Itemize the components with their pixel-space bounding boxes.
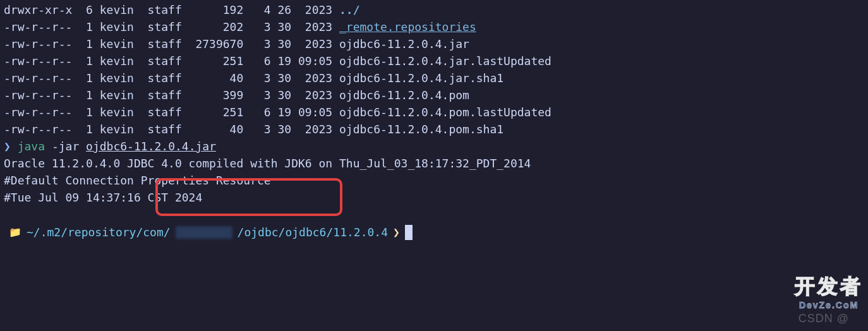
file-name: ojdbc6-11.2.0.4.jar.lastUpdated (339, 54, 552, 68)
shell-prompt[interactable]: 📁 ~/.m2/repository/com//ojdbc/ojdbc6/11.… (4, 224, 864, 241)
file-name: ../ (339, 3, 360, 16)
command-arg: ojdbc6-11.2.0.4.jar (86, 140, 216, 153)
output-line: #Default Connection Properties Resource (4, 172, 864, 189)
ls-row: -rw-r--r-- 1 kevin staff 202 3 30 2023 _… (4, 18, 864, 35)
ls-row: -rw-r--r-- 1 kevin staff 40 3 30 2023 oj… (4, 121, 864, 138)
command-flag: -jar (52, 140, 79, 153)
ls-row: drwxr-xr-x 6 kevin staff 192 4 26 2023 .… (4, 1, 864, 18)
prompt-end-arrow: ❯ (393, 224, 400, 241)
prompt-path-post: /ojdbc/ojdbc6/11.2.0.4 (238, 224, 388, 241)
ls-row: -rw-r--r-- 1 kevin staff 251 6 19 09:05 … (4, 104, 864, 121)
terminal-output[interactable]: drwxr-xr-x 6 kevin staff 192 4 26 2023 .… (4, 1, 864, 206)
file-name: ojdbc6-11.2.0.4.pom.lastUpdated (339, 105, 552, 119)
ls-row: -rw-r--r-- 1 kevin staff 40 3 30 2023 oj… (4, 69, 864, 87)
prompt-arrow-icon: ❯ (4, 140, 11, 153)
command-line[interactable]: ❯ java -jar ojdbc6-11.2.0.4.jar (4, 138, 864, 155)
prompt-path-redacted (176, 226, 232, 239)
watermark-csdn: CSDN @ (799, 310, 849, 327)
file-name: ojdbc6-11.2.0.4.jar.sha1 (339, 71, 503, 85)
prompt-path-pre: ~/.m2/repository/com/ (27, 224, 171, 241)
output-line: Oracle 11.2.0.4.0 JDBC 4.0 compiled with… (4, 155, 864, 172)
ls-row: -rw-r--r-- 1 kevin staff 399 3 30 2023 o… (4, 87, 864, 104)
file-name: _remote.repositories (339, 20, 476, 33)
command-name: java (18, 140, 45, 153)
folder-icon: 📁 (9, 225, 21, 240)
file-name: ojdbc6-11.2.0.4.pom.sha1 (339, 123, 503, 136)
file-name: ojdbc6-11.2.0.4.jar (339, 37, 469, 51)
ls-row: -rw-r--r-- 1 kevin staff 251 6 19 09:05 … (4, 52, 864, 69)
ls-row: -rw-r--r-- 1 kevin staff 2739670 3 30 20… (4, 35, 864, 52)
watermark-devze: 开发者 DevZe.CoM (795, 271, 863, 312)
cursor (405, 225, 413, 240)
output-line: #Tue Jul 09 14:37:16 CST 2024 (4, 189, 864, 206)
file-name: ojdbc6-11.2.0.4.pom (339, 88, 469, 102)
